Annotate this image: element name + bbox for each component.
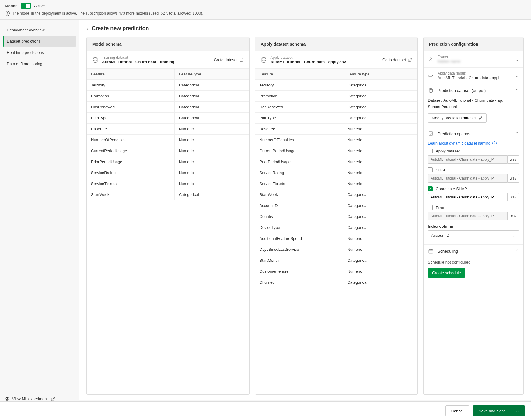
index-column-select[interactable]: AccountID ⌄	[428, 230, 519, 240]
feature-cell: CurrentPeriodUsage	[255, 145, 343, 156]
table-row: PromotionCategorical	[255, 91, 418, 102]
type-cell: Numeric	[175, 178, 249, 189]
shap-check-label: SHAP	[436, 168, 446, 172]
type-cell: Categorical	[175, 91, 249, 101]
chevron-down-icon: ⌄	[515, 57, 519, 62]
prediction-dataset-title: Prediction dataset (output)	[438, 88, 512, 93]
table-row: StartMonthCategorical	[255, 255, 418, 266]
modify-prediction-dataset-button[interactable]: Modify prediction dataset	[428, 113, 487, 123]
prediction-options-header[interactable]: Prediction options ⌃	[424, 127, 523, 140]
type-cell: Categorical	[343, 102, 417, 112]
type-cell: Categorical	[343, 113, 417, 123]
flask-icon: ⚗	[5, 396, 9, 400]
type-cell: Categorical	[175, 102, 249, 112]
feature-cell: HasRenewed	[87, 102, 175, 112]
feature-cell: PlanType	[87, 113, 175, 123]
pencil-icon	[478, 116, 483, 120]
type-cell: Numeric	[175, 135, 249, 145]
owner-row[interactable]: Owner hidden name ⌄	[424, 51, 523, 67]
type-cell: Numeric	[175, 167, 249, 178]
feature-cell: StartMonth	[255, 255, 343, 266]
model-active-toggle[interactable]	[21, 3, 31, 9]
create-schedule-button[interactable]: Create schedule	[428, 268, 465, 278]
feature-cell: CustomerTenure	[255, 266, 343, 277]
model-label: Model:	[5, 4, 18, 8]
type-cell: Numeric	[343, 156, 417, 167]
apply-input-row[interactable]: Apply data (input) AutoML Tutorial - Chu…	[424, 68, 523, 84]
table-row: PlanTypeCategorical	[255, 113, 418, 124]
sidebar-item-deployment-overview[interactable]: Deployment overview	[3, 25, 76, 35]
coordinate-shap-input[interactable]	[428, 193, 508, 201]
table-row: ServiceRatingNumeric	[255, 167, 418, 178]
feature-cell: NumberOfPenalties	[87, 135, 175, 145]
apply-dataset-checkbox[interactable]	[428, 149, 433, 153]
scheduling-status: Schedule not configured	[428, 259, 519, 268]
errors-check-label: Errors	[436, 205, 446, 210]
svg-rect-6	[429, 75, 432, 77]
apply-schema-title: Apply dataset schema	[255, 37, 418, 51]
dataset-line: Dataset: AutoML Tutorial - Churn data - …	[428, 98, 519, 103]
scheduling-header[interactable]: Scheduling ⌃	[424, 245, 523, 257]
type-cell: Numeric	[343, 124, 417, 134]
external-link-icon	[239, 58, 244, 62]
feature-cell: ServiceRating	[87, 167, 175, 178]
feature-cell: ServiceTickets	[255, 178, 343, 189]
errors-checkbox[interactable]	[428, 205, 433, 210]
type-cell: Categorical	[343, 211, 417, 222]
database-icon	[261, 57, 267, 63]
feature-cell: Territory	[255, 80, 343, 90]
table-row: StartWeekCategorical	[87, 189, 249, 200]
feature-cell: Churned	[255, 277, 343, 288]
sidebar-item-data-drift-monitoring[interactable]: Data drift monitoring	[3, 58, 76, 69]
training-dataset-name: AutoML Tutorial - Churn data - training	[102, 60, 174, 64]
col-feature: Feature	[255, 69, 343, 79]
shap-checkbox[interactable]	[428, 167, 433, 172]
type-cell: Numeric	[175, 156, 249, 167]
learn-dynamic-naming-link[interactable]: Learn about dynamic dataset naming i	[428, 141, 519, 145]
chevron-down-icon: ⌄	[512, 233, 516, 238]
type-cell: Categorical	[343, 200, 417, 211]
back-button[interactable]: ‹	[86, 26, 88, 31]
feature-cell: AdditionalFeatureSpend	[255, 233, 343, 244]
table-row: PriorPeriodUsageNumeric	[87, 156, 249, 167]
chevron-up-icon: ⌃	[515, 249, 519, 254]
svg-line-4	[410, 58, 411, 60]
chevron-up-icon: ⌃	[515, 88, 519, 93]
table-row: CurrentPeriodUsageNumeric	[87, 145, 249, 156]
type-cell: Numeric	[175, 124, 249, 134]
prediction-dataset-header[interactable]: Prediction dataset (output) ⌃	[424, 84, 523, 97]
feature-cell: DaysSinceLastService	[255, 244, 343, 255]
coordinate-shap-checkbox[interactable]	[428, 186, 433, 191]
table-row: TerritoryCategorical	[255, 80, 418, 91]
sidebar-item-dataset-predictions[interactable]: Dataset predictions	[3, 36, 76, 47]
table-row: AccountIDCategorical	[255, 200, 418, 211]
feature-cell: PriorPeriodUsage	[255, 156, 343, 167]
calendar-icon	[428, 248, 434, 254]
view-ml-experiment-link[interactable]: ⚗ View ML experiment	[5, 396, 55, 400]
goto-training-dataset-link[interactable]: Go to dataset	[214, 58, 243, 62]
view-ml-label: View ML experiment	[12, 397, 48, 400]
type-cell: Categorical	[175, 80, 249, 90]
type-cell: Numeric	[343, 135, 417, 145]
feature-cell: PlanType	[255, 113, 343, 123]
sidebar-item-real-time-predictions[interactable]: Real-time predictions	[3, 47, 76, 58]
feature-cell: StartWeek	[87, 189, 175, 200]
feature-cell: BaseFee	[87, 124, 175, 134]
type-cell: Numeric	[175, 145, 249, 156]
apply-dataset-label: Apply dataset	[271, 55, 346, 60]
feature-cell: BaseFee	[255, 124, 343, 134]
goto-apply-dataset-link[interactable]: Go to dataset	[382, 58, 412, 62]
chevron-down-icon: ⌄	[515, 73, 519, 78]
svg-point-3	[262, 57, 266, 59]
model-info-text: The model in the deployment is active. T…	[12, 11, 203, 16]
table-row: NumberOfPenaltiesNumeric	[255, 135, 418, 145]
table-row: BaseFeeNumeric	[255, 124, 418, 135]
table-row: ChurnedCategorical	[255, 277, 418, 288]
output-icon	[428, 88, 434, 93]
table-row: PlanTypeCategorical	[87, 113, 249, 124]
table-row: CurrentPeriodUsageNumeric	[255, 145, 418, 156]
svg-rect-9	[429, 250, 433, 253]
sidebar: Deployment overviewDataset predictionsRe…	[0, 20, 79, 400]
file-ext: .csv	[508, 174, 519, 183]
input-icon	[428, 73, 434, 79]
